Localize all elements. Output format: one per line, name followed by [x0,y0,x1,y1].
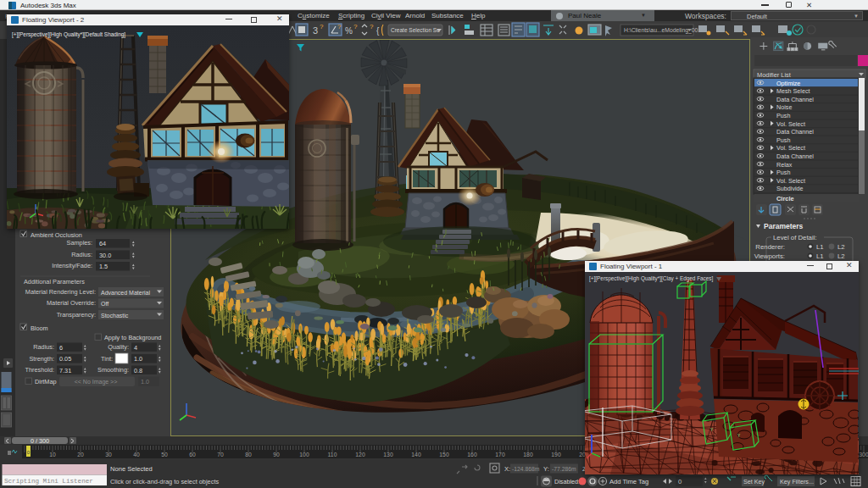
svg-text:Data Channel: Data Channel [776,152,814,160]
svg-text:Samples:: Samples: [67,239,92,247]
svg-text:?: ? [320,23,324,30]
svg-text:Disabled:: Disabled: [554,478,580,485]
svg-text:110: 110 [328,452,337,458]
svg-text:0.05: 0.05 [59,355,71,363]
svg-text:150: 150 [439,452,449,458]
svg-text:%: % [345,26,353,36]
svg-text:{: { [376,26,380,36]
svg-text:Additional Parameters: Additional Parameters [24,278,85,286]
svg-text:160: 160 [467,452,477,458]
svg-text:Transparency:: Transparency: [57,311,96,319]
svg-text:Intensity/Fade:: Intensity/Fade: [52,262,92,269]
svg-text:-77.286m: -77.286m [552,466,576,472]
svg-text:Material Override:: Material Override: [47,299,96,307]
svg-text:-124.868m: -124.868m [512,466,540,472]
svg-text:Stochastic: Stochastic [101,313,129,319]
svg-text:Material Rendering Level:: Material Rendering Level: [25,288,96,296]
svg-text:1.0: 1.0 [134,355,142,363]
svg-text:X:: X: [504,465,510,473]
svg-text:None Selected: None Selected [110,465,153,473]
svg-text:Advanced Material: Advanced Material [101,290,150,296]
svg-text:Tint:: Tint: [101,355,113,363]
svg-text:Apply to Background: Apply to Background [104,334,161,341]
svg-text:6: 6 [59,344,63,352]
svg-text:60: 60 [189,452,196,458]
svg-text:3: 3 [313,25,318,36]
svg-text:30: 30 [105,452,112,458]
svg-text:30.0: 30.0 [99,252,111,259]
svg-text:Y:: Y: [543,465,549,473]
svg-text:Off: Off [101,301,108,307]
svg-text:L1: L1 [816,243,824,251]
svg-text:Smoothing:: Smoothing: [97,366,129,374]
svg-text:Viewports:: Viewports: [754,252,785,260]
svg-text:Add Time Tag: Add Time Tag [609,478,648,485]
svg-text:Radius:: Radius: [71,251,92,258]
svg-text:Noise: Noise [776,103,792,111]
svg-text:Radius:: Radius: [33,343,54,351]
svg-text:0.8: 0.8 [134,367,142,374]
svg-text:50: 50 [161,452,168,458]
svg-text:Create Selection Se: Create Selection Se [391,27,440,33]
svg-text:4: 4 [134,344,137,352]
svg-text:Mesh Select: Mesh Select [776,87,810,95]
svg-text:?: ? [370,23,374,30]
svg-text:0: 0 [678,478,682,485]
svg-text:Relax: Relax [776,161,793,169]
svg-text:170: 170 [495,452,505,458]
svg-text:120: 120 [355,452,365,458]
svg-text:Vol. Select: Vol. Select [776,177,805,185]
svg-text:Subdivide: Subdivide [776,185,804,192]
svg-text:Optimize: Optimize [776,80,800,87]
svg-text:64: 64 [99,240,106,247]
svg-text:?: ? [353,23,358,30]
svg-text:L2: L2 [837,243,845,251]
svg-text:140: 140 [411,452,421,458]
svg-text:Scripting Mini Listener: Scripting Mini Listener [4,478,93,485]
svg-text:Level of Detail:: Level of Detail: [773,234,817,241]
svg-text:80: 80 [245,452,252,458]
svg-text:70: 70 [217,452,224,458]
svg-text:Circle: Circle [776,195,794,202]
svg-text:Ambient Occlusion: Ambient Occlusion [31,231,82,239]
svg-text:Threshold:: Threshold: [25,366,54,374]
svg-text:Vol. Select: Vol. Select [776,144,805,152]
svg-text:Push: Push [776,136,790,144]
svg-text:100: 100 [299,452,309,458]
svg-text:?: ? [337,23,342,30]
svg-text:Bloom: Bloom [31,324,48,332]
svg-text:Renderer:: Renderer: [755,243,785,251]
svg-text:L2: L2 [837,252,845,260]
svg-text:Quality:: Quality: [108,343,129,351]
svg-text:Data Channel: Data Channel [776,96,814,103]
svg-text:Set Key: Set Key [743,478,765,485]
svg-text:Click or click-and-drag to sel: Click or click-and-drag to select object… [110,478,219,485]
svg-text:Parameters: Parameters [764,222,804,230]
svg-text:180: 180 [523,452,533,458]
svg-text:90: 90 [273,452,280,458]
svg-text:<< No Image >>: << No Image >> [75,379,118,385]
svg-text:20: 20 [77,452,84,458]
svg-text:Vol. Select: Vol. Select [776,120,805,128]
svg-text:40: 40 [133,452,140,458]
svg-text:300: 300 [859,452,868,458]
svg-text:Push: Push [776,169,790,176]
svg-text:Data Channel: Data Channel [776,128,814,136]
svg-text:1.0: 1.0 [141,378,149,385]
svg-text:130: 130 [383,452,393,458]
svg-text:Key Filters...: Key Filters... [780,478,814,485]
svg-text:0 / 300: 0 / 300 [31,437,49,445]
svg-text:190: 190 [551,452,561,458]
svg-text:10: 10 [49,452,56,458]
svg-text:7.31: 7.31 [59,367,71,374]
svg-text:1.5: 1.5 [99,263,108,270]
svg-text:Push: Push [776,112,790,119]
svg-text:Strength:: Strength: [29,355,54,363]
svg-text:Modifier List: Modifier List [757,71,791,79]
svg-text:L1: L1 [816,252,824,260]
svg-text:DirtMap: DirtMap [35,378,57,385]
